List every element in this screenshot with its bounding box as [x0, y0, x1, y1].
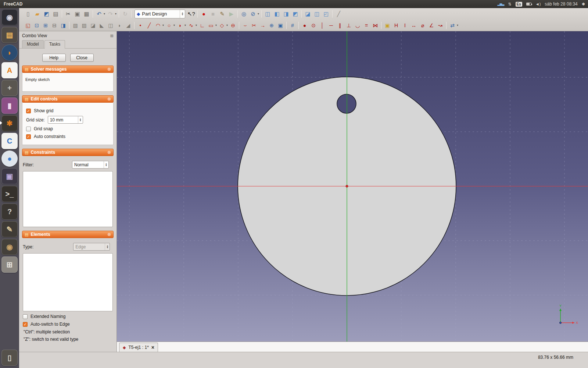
- trim-edge[interactable]: ✂: [250, 21, 258, 30]
- paste[interactable]: ▦: [82, 9, 91, 18]
- auto-switch-checkbox[interactable]: ✓: [23, 322, 28, 327]
- new-document[interactable]: ▯: [24, 9, 33, 18]
- volume-icon[interactable]: ◄): [535, 2, 541, 6]
- solver-messages-header[interactable]: ▤ Solver messages ⊗: [22, 66, 114, 73]
- workbench-spinner-icon[interactable]: ▲▼: [180, 10, 185, 18]
- launcher-firefox[interactable]: ◗: [1, 45, 18, 61]
- external-geometry[interactable]: ⊕: [267, 21, 276, 30]
- launcher-screen-app[interactable]: ▣: [1, 168, 18, 184]
- launcher-freecad[interactable]: ✱: [1, 115, 18, 131]
- undo[interactable]: ↶: [94, 9, 104, 18]
- constraint-vertical-distance[interactable]: I: [401, 21, 409, 30]
- validate-sketch[interactable]: ◨: [59, 21, 68, 30]
- create-polyline[interactable]: ∟: [198, 21, 207, 30]
- launcher-system-tools[interactable]: +: [1, 80, 18, 96]
- launcher-amazon[interactable]: A: [1, 62, 18, 78]
- create-line[interactable]: ╱: [145, 21, 154, 30]
- partdesign-chamfer[interactable]: ◢: [124, 21, 133, 30]
- close-button[interactable]: Close: [70, 54, 94, 62]
- spinner-arrows-icon[interactable]: ▲▼: [78, 116, 83, 123]
- show-grid-row[interactable]: ✓ Show grid: [26, 108, 110, 113]
- partdesign-fillet-feature[interactable]: ◗: [115, 21, 124, 30]
- open-document[interactable]: ▰: [33, 9, 42, 18]
- macro-record[interactable]: ●: [199, 9, 208, 18]
- constraint-distance[interactable]: ↔: [409, 21, 418, 30]
- constraint-filter-combobox[interactable]: Normal ▲▼: [72, 161, 109, 169]
- save-document[interactable]: ◩: [42, 9, 51, 18]
- extend-edge[interactable]: →: [258, 21, 267, 30]
- help-button[interactable]: Help: [42, 54, 66, 62]
- view-rear[interactable]: ◪: [303, 9, 312, 18]
- create-circle[interactable]: ○: [165, 21, 173, 30]
- launcher-trash[interactable]: ▯: [1, 350, 18, 366]
- collapse-icon[interactable]: ⊗: [107, 96, 111, 102]
- map-sketch[interactable]: ⊞: [41, 21, 50, 30]
- collapse-icon[interactable]: ⊗: [107, 67, 111, 72]
- launcher-files[interactable]: ▤: [1, 27, 18, 43]
- measure-distance[interactable]: ╱: [334, 9, 343, 18]
- partdesign-groove[interactable]: ◣: [97, 21, 106, 30]
- view-top[interactable]: ◨: [282, 9, 291, 18]
- element-type-combobox[interactable]: Edge ▲▼: [73, 243, 110, 251]
- view-fit-all[interactable]: ◎: [239, 9, 248, 18]
- constraints-list[interactable]: [23, 171, 113, 227]
- elements-list[interactable]: [23, 253, 113, 311]
- constraint-tangent[interactable]: ◡: [353, 21, 362, 30]
- create-bspline[interactable]: ∿: [187, 21, 196, 30]
- whats-this[interactable]: ↖?: [187, 9, 196, 18]
- combobox-arrows-icon[interactable]: ▲▼: [104, 161, 108, 168]
- grid-snap-row[interactable]: Grid snap: [26, 126, 110, 131]
- constraint-equal[interactable]: =: [362, 21, 371, 30]
- view-axonometric[interactable]: ◫: [263, 9, 272, 18]
- grid-size-value[interactable]: 10 mm: [48, 117, 78, 123]
- collapse-icon[interactable]: ⊗: [107, 232, 111, 237]
- partdesign-revolution[interactable]: ◪: [89, 21, 97, 30]
- create-arc[interactable]: ◠: [154, 21, 162, 30]
- constraint-horizontal-distance[interactable]: H: [392, 21, 401, 30]
- view-draw-style[interactable]: ⊘: [248, 9, 258, 18]
- constraint-coincident[interactable]: ●: [300, 21, 309, 30]
- grid-size-spinbox[interactable]: 10 mm ▲▼: [48, 116, 83, 124]
- launcher-text-editor[interactable]: ✎: [1, 221, 18, 237]
- view-left[interactable]: ◰: [322, 9, 331, 18]
- cut[interactable]: ✂: [64, 9, 73, 18]
- create-rectangle[interactable]: ▭: [207, 21, 215, 30]
- launcher-media-app[interactable]: ▮: [1, 98, 18, 114]
- constraint-perpendicular[interactable]: ⊥: [344, 21, 353, 30]
- print-document[interactable]: ▤: [51, 9, 60, 18]
- partdesign-mirrored[interactable]: ◫: [106, 21, 115, 30]
- constraint-horizontal[interactable]: ─: [327, 21, 336, 30]
- document-tab[interactable]: ◆ T5-ej1 : 1* ×: [119, 343, 158, 352]
- view-front[interactable]: ◧: [272, 9, 282, 18]
- view-right[interactable]: ◩: [291, 9, 300, 18]
- extended-naming-checkbox[interactable]: [23, 314, 28, 319]
- launcher-gimp[interactable]: ◉: [1, 239, 18, 255]
- launcher-blue-sphere-app[interactable]: ●: [1, 151, 18, 167]
- create-polygon[interactable]: ◇: [218, 21, 226, 30]
- system-load-icon[interactable]: ▂▅▃: [498, 2, 504, 6]
- auto-switch-row[interactable]: ✓ Auto-switch to Edge: [23, 322, 113, 327]
- constraint-point-on-object[interactable]: ⊙: [309, 21, 318, 30]
- create-conic[interactable]: ◗: [176, 21, 184, 30]
- constraint-radius[interactable]: ⌀: [418, 21, 427, 30]
- constraint-vertical[interactable]: │: [318, 21, 327, 30]
- launcher-blue-c-app[interactable]: C: [1, 133, 18, 149]
- carbon-copy[interactable]: ▣: [276, 21, 285, 30]
- constraint-refraction[interactable]: ↝: [436, 21, 445, 30]
- network-indicator-icon[interactable]: ⇅: [508, 2, 511, 7]
- panel-detach-icon[interactable]: ⊞: [110, 33, 114, 38]
- collapse-icon[interactable]: ⊗: [107, 150, 111, 155]
- close-document-icon[interactable]: ×: [151, 345, 154, 350]
- tab-model[interactable]: Model: [22, 40, 44, 48]
- partdesign-pocket[interactable]: ▨: [80, 21, 89, 30]
- launcher-dash-home[interactable]: ◉: [1, 9, 18, 25]
- constraints-header[interactable]: ▤ Constraints ⊗: [22, 149, 114, 156]
- constraint-angle[interactable]: ∠: [427, 21, 436, 30]
- auto-constraints-checkbox[interactable]: ✓: [26, 134, 31, 139]
- grid-snap-checkbox[interactable]: [26, 127, 31, 131]
- partdesign-pad[interactable]: ▧: [71, 21, 80, 30]
- battery-icon[interactable]: [526, 3, 531, 6]
- construction-mode[interactable]: #: [288, 21, 297, 30]
- clock[interactable]: sáb feb 28 08:34: [545, 1, 577, 7]
- create-point[interactable]: •: [136, 21, 145, 30]
